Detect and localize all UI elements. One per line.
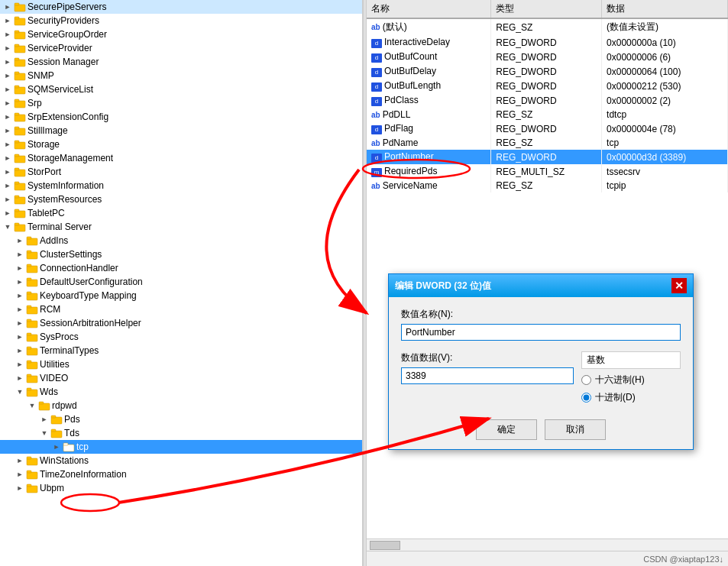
expander-tcp[interactable]: ► bbox=[50, 441, 63, 453]
tree-item-TimeZoneInformation[interactable]: ►TimeZoneInformation bbox=[0, 467, 362, 481]
expander-SecurityProviders[interactable]: ► bbox=[2, 15, 14, 27]
expander-Utilities[interactable]: ► bbox=[14, 358, 26, 370]
dialog-data-input[interactable] bbox=[401, 367, 574, 384]
expander-KeyboardTypeMapping[interactable]: ► bbox=[14, 289, 26, 302]
expander-ServiceProvider[interactable]: ► bbox=[2, 42, 14, 54]
expander-Srp[interactable]: ► bbox=[2, 97, 14, 109]
tree-item-Storage[interactable]: ►Storage bbox=[0, 137, 362, 151]
expander-SessionArbitrationHelper[interactable]: ► bbox=[14, 317, 26, 329]
table-row[interactable]: abServiceNameREG_SZtcpip bbox=[367, 179, 728, 192]
dialog-name-input[interactable] bbox=[401, 324, 681, 341]
tree-item-SystemResources[interactable]: ►SystemResources bbox=[0, 192, 362, 206]
tree-item-Ubpm[interactable]: ►Ubpm bbox=[0, 481, 362, 495]
tree-item-ServiceGroupOrder[interactable]: ►ServiceGroupOrder bbox=[0, 27, 362, 41]
expander-ConnectionHandler[interactable]: ► bbox=[14, 262, 26, 274]
expander-SQMServiceList[interactable]: ► bbox=[2, 83, 14, 95]
table-row[interactable]: dOutBufCountREG_DWORD0x00000006 (6) bbox=[367, 50, 728, 64]
tree-item-Tds[interactable]: ▼Tds bbox=[0, 426, 362, 440]
tree-item-RCM[interactable]: ►RCM bbox=[0, 302, 362, 316]
tree-item-StillImage[interactable]: ►StillImage bbox=[0, 124, 362, 137]
dec-radio[interactable] bbox=[581, 393, 591, 403]
expander-Pds[interactable]: ► bbox=[38, 413, 50, 425]
tree-item-SysProcs[interactable]: ►SysProcs bbox=[0, 330, 362, 344]
expander-ServiceGroupOrder[interactable]: ► bbox=[2, 28, 14, 40]
dialog-ok-button[interactable]: 确定 bbox=[476, 419, 537, 440]
expander-SessionManager[interactable]: ► bbox=[2, 56, 14, 68]
tree-item-StorPort[interactable]: ►StorPort bbox=[0, 165, 362, 179]
table-row[interactable]: dOutBufDelayREG_DWORD0x00000064 (100) bbox=[367, 64, 728, 79]
tree-item-KeyboardTypeMapping[interactable]: ►KeyboardType Mapping bbox=[0, 289, 362, 302]
table-row[interactable]: dInteractiveDelayREG_DWORD0x0000000a (10… bbox=[367, 35, 728, 50]
tree-item-ClusterSettings[interactable]: ►ClusterSettings bbox=[0, 247, 362, 261]
tree-item-ConnectionHandler[interactable]: ►ConnectionHandler bbox=[0, 261, 362, 275]
registry-tree[interactable]: ►SecurePipeServers►SecurityProviders►Ser… bbox=[0, 0, 363, 566]
hex-label: 十六进制(H) bbox=[595, 374, 645, 386]
expander-Ubpm[interactable]: ► bbox=[14, 482, 26, 494]
expander-Tds[interactable]: ▼ bbox=[38, 427, 50, 439]
tree-item-SystemInformation[interactable]: ►SystemInformation bbox=[0, 179, 362, 192]
expander-TimeZoneInformation[interactable]: ► bbox=[14, 468, 26, 480]
tree-item-SessionArbitrationHelper[interactable]: ►SessionArbitrationHelper bbox=[0, 316, 362, 330]
tree-item-AddIns[interactable]: ►AddIns bbox=[0, 234, 362, 247]
tree-label-Srp: Srp bbox=[28, 98, 42, 108]
tree-item-ServiceProvider[interactable]: ►ServiceProvider bbox=[0, 41, 362, 55]
edit-dword-dialog[interactable]: 编辑 DWORD (32 位)值 ✕ 数值名称(N): 数值数据(V): 基数 bbox=[388, 273, 694, 450]
table-row[interactable]: dOutBufLengthREG_DWORD0x00000212 (530) bbox=[367, 79, 728, 93]
tree-item-TabletPC[interactable]: ►TabletPC bbox=[0, 206, 362, 220]
expander-rdpwd[interactable]: ▼ bbox=[26, 399, 38, 412]
expander-ClusterSettings[interactable]: ► bbox=[14, 248, 26, 260]
tree-item-SQMServiceList[interactable]: ►SQMServiceList bbox=[0, 82, 362, 96]
expander-TerminalServer[interactable]: ▼ bbox=[2, 221, 14, 233]
hex-radio[interactable] bbox=[581, 375, 591, 385]
tree-item-SrpExtensionConfig[interactable]: ►SrpExtensionConfig bbox=[0, 110, 362, 124]
table-row[interactable]: abPdNameREG_SZtcp bbox=[367, 136, 728, 150]
expander-StorPort[interactable]: ► bbox=[2, 166, 14, 178]
tree-item-Pds[interactable]: ►Pds bbox=[0, 412, 362, 426]
tree-item-VIDEO[interactable]: ►VIDEO bbox=[0, 371, 362, 385]
expander-TerminalTypes[interactable]: ► bbox=[14, 344, 26, 357]
bottom-scrollbar[interactable] bbox=[367, 539, 728, 551]
tree-item-DefaultUserConfiguration[interactable]: ►DefaultUserConfiguration bbox=[0, 275, 362, 289]
expander-SrpExtensionConfig[interactable]: ► bbox=[2, 111, 14, 123]
tree-item-WinStations[interactable]: ►WinStations bbox=[0, 454, 362, 467]
tree-item-SecurityProviders[interactable]: ►SecurityProviders bbox=[0, 14, 362, 27]
expander-DefaultUserConfiguration[interactable]: ► bbox=[14, 276, 26, 288]
expander-AddIns[interactable]: ► bbox=[14, 234, 26, 247]
dialog-close-button[interactable]: ✕ bbox=[671, 278, 687, 293]
tree-label-SecurePipeServers: SecurePipeServers bbox=[28, 2, 106, 12]
tree-item-TerminalServer[interactable]: ▼Terminal Server bbox=[0, 220, 362, 234]
table-row[interactable]: dPdFlagREG_DWORD0x0000004e (78) bbox=[367, 121, 728, 136]
expander-TabletPC[interactable]: ► bbox=[2, 207, 14, 219]
dec-radio-option[interactable]: 十进制(D) bbox=[581, 391, 681, 404]
svg-rect-21 bbox=[15, 141, 19, 143]
tree-item-tcp[interactable]: ►tcp bbox=[0, 440, 362, 454]
expander-SNMP[interactable]: ► bbox=[2, 70, 14, 82]
tree-item-Utilities[interactable]: ►Utilities bbox=[0, 357, 362, 371]
dialog-cancel-button[interactable]: 取消 bbox=[545, 419, 606, 440]
tree-item-Srp[interactable]: ►Srp bbox=[0, 96, 362, 110]
expander-Wds[interactable]: ▼ bbox=[14, 386, 26, 398]
expander-RCM[interactable]: ► bbox=[14, 303, 26, 315]
tree-item-SessionManager[interactable]: ►Session Manager bbox=[0, 55, 362, 69]
expander-Storage[interactable]: ► bbox=[2, 138, 14, 150]
expander-SecurePipeServers[interactable]: ► bbox=[2, 1, 14, 13]
tree-item-TerminalTypes[interactable]: ►TerminalTypes bbox=[0, 344, 362, 357]
table-row[interactable]: abPdDLLREG_SZtdtcp bbox=[367, 108, 728, 121]
table-row[interactable]: dPdClassREG_DWORD0x00000002 (2) bbox=[367, 93, 728, 108]
expander-StillImage[interactable]: ► bbox=[2, 125, 14, 137]
expander-StorageManagement[interactable]: ► bbox=[2, 152, 14, 164]
expander-SystemInformation[interactable]: ► bbox=[2, 180, 14, 192]
expander-SystemResources[interactable]: ► bbox=[2, 193, 14, 205]
tree-item-SecurePipeServers[interactable]: ►SecurePipeServers bbox=[0, 0, 362, 14]
tree-item-SNMP[interactable]: ►SNMP bbox=[0, 69, 362, 82]
table-row[interactable]: ab(默认)REG_SZ(数值未设置) bbox=[367, 18, 728, 35]
tree-item-Wds[interactable]: ▼Wds bbox=[0, 385, 362, 399]
hex-radio-option[interactable]: 十六进制(H) bbox=[581, 374, 681, 386]
tree-item-rdpwd[interactable]: ▼rdpwd bbox=[0, 399, 362, 412]
tree-item-StorageManagement[interactable]: ►StorageManagement bbox=[0, 151, 362, 165]
expander-SysProcs[interactable]: ► bbox=[14, 331, 26, 343]
table-row[interactable]: dPortNumberREG_DWORD0x00000d3d (3389) bbox=[367, 150, 728, 164]
expander-VIDEO[interactable]: ► bbox=[14, 372, 26, 384]
table-row[interactable]: mRequiredPdsREG_MULTI_SZtssecsrv bbox=[367, 164, 728, 179]
expander-WinStations[interactable]: ► bbox=[14, 454, 26, 467]
